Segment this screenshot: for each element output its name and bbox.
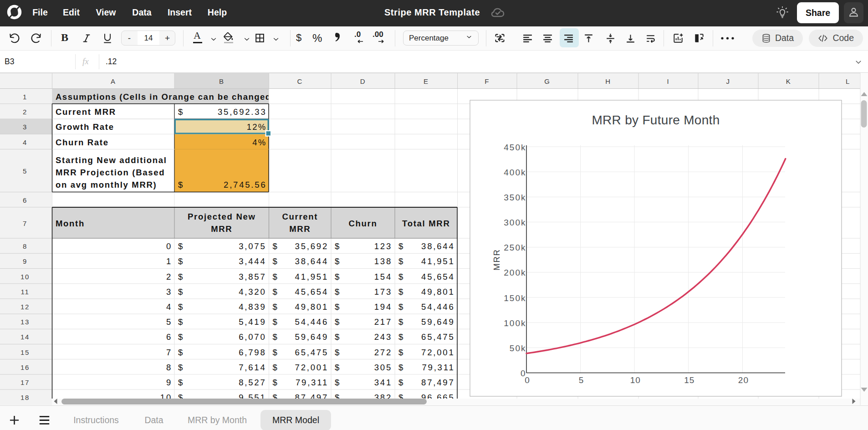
svg-text:150k: 150k [504, 293, 526, 303]
svg-text:$: $ [178, 272, 184, 282]
svg-text:41,951: 41,951 [295, 272, 328, 282]
svg-text:8: 8 [23, 242, 27, 250]
svg-text:41,951: 41,951 [421, 256, 454, 266]
svg-text:13: 13 [20, 318, 30, 326]
svg-text:Total MRR: Total MRR [402, 219, 450, 228]
svg-text:E: E [424, 77, 429, 85]
svg-text:272: 272 [374, 348, 392, 357]
svg-text:450k: 450k [504, 143, 526, 152]
svg-text:Churn Rate: Churn Rate [56, 138, 109, 147]
svg-text:72,001: 72,001 [295, 363, 328, 372]
svg-text:$: $ [335, 363, 340, 372]
svg-text:2: 2 [166, 272, 172, 282]
svg-text:$: $ [178, 256, 184, 266]
svg-text:45,654: 45,654 [295, 287, 328, 297]
svg-text:123: 123 [374, 241, 392, 251]
svg-text:14: 14 [20, 333, 30, 341]
svg-text:$: $ [178, 302, 184, 312]
svg-text:Growth Rate: Growth Rate [56, 122, 114, 132]
svg-text:$: $ [335, 241, 340, 251]
svg-text:79,311: 79,311 [422, 363, 454, 372]
svg-text:$: $ [398, 241, 404, 251]
svg-text:5,419: 5,419 [239, 317, 266, 327]
svg-text:L: L [846, 77, 850, 85]
svg-text:$: $ [273, 363, 278, 372]
svg-text:$: $ [335, 272, 340, 282]
svg-text:$: $ [178, 180, 184, 189]
svg-text:59,649: 59,649 [421, 317, 454, 327]
svg-text:$: $ [398, 287, 404, 297]
svg-text:7: 7 [23, 220, 27, 227]
svg-text:4,320: 4,320 [239, 287, 266, 297]
svg-text:305: 305 [374, 363, 392, 372]
svg-text:18: 18 [20, 394, 30, 401]
svg-text:1: 1 [23, 93, 27, 101]
svg-text:Current: Current [282, 212, 318, 221]
svg-text:350k: 350k [504, 193, 526, 202]
svg-text:35,692: 35,692 [295, 241, 328, 251]
svg-text:$: $ [178, 332, 184, 342]
svg-text:$: $ [398, 348, 404, 357]
svg-text:35,692.33: 35,692.33 [218, 107, 267, 117]
svg-text:12: 12 [20, 303, 30, 311]
svg-text:200k: 200k [504, 268, 526, 277]
svg-text:$: $ [178, 107, 184, 117]
svg-text:3: 3 [23, 123, 27, 131]
svg-text:$: $ [335, 256, 340, 266]
svg-text:100k: 100k [504, 318, 526, 328]
svg-text:$: $ [273, 272, 278, 282]
svg-text:7,614: 7,614 [239, 363, 266, 372]
svg-text:$: $ [335, 348, 340, 357]
svg-text:G: G [544, 77, 550, 85]
svg-text:MRR: MRR [289, 224, 311, 234]
svg-text:A: A [111, 77, 116, 85]
svg-text:6: 6 [23, 196, 27, 204]
svg-text:11: 11 [21, 288, 30, 296]
svg-text:$: $ [398, 332, 404, 342]
svg-text:6,070: 6,070 [239, 332, 266, 342]
svg-text:17: 17 [20, 379, 30, 386]
svg-text:50k: 50k [510, 343, 526, 353]
svg-text:3,444: 3,444 [239, 256, 266, 266]
svg-text:F: F [485, 77, 490, 85]
svg-text:$: $ [398, 363, 404, 372]
svg-text:54,446: 54,446 [295, 317, 328, 327]
svg-text:4,839: 4,839 [239, 302, 266, 312]
svg-text:$: $ [398, 272, 404, 282]
svg-text:$: $ [398, 256, 404, 266]
svg-text:$: $ [335, 287, 340, 297]
svg-text:12%: 12% [247, 122, 267, 132]
svg-text:$: $ [273, 332, 278, 342]
svg-text:$: $ [273, 241, 278, 251]
svg-text:45,654: 45,654 [421, 272, 454, 282]
svg-text:20: 20 [738, 375, 749, 385]
svg-text:300k: 300k [504, 218, 526, 227]
svg-text:0: 0 [166, 241, 172, 251]
svg-text:5: 5 [23, 167, 27, 175]
svg-text:$: $ [273, 256, 278, 266]
svg-text:341: 341 [374, 378, 392, 387]
svg-text:79,311: 79,311 [296, 378, 328, 387]
svg-text:$: $ [335, 378, 340, 387]
svg-text:3,075: 3,075 [239, 241, 266, 251]
svg-text:$: $ [273, 302, 278, 312]
svg-text:5: 5 [579, 375, 584, 385]
svg-text:$: $ [335, 302, 340, 312]
svg-text:Churn: Churn [349, 219, 378, 228]
svg-text:3: 3 [166, 287, 172, 297]
svg-text:194: 194 [374, 302, 392, 312]
svg-text:8: 8 [166, 363, 172, 372]
svg-text:72,001: 72,001 [421, 348, 454, 357]
svg-text:15: 15 [20, 348, 30, 356]
svg-text:65,475: 65,475 [421, 332, 454, 342]
svg-text:250k: 250k [504, 243, 526, 252]
svg-text:38,644: 38,644 [295, 256, 328, 266]
svg-text:$: $ [178, 317, 184, 327]
svg-text:$: $ [335, 317, 340, 327]
svg-text:$: $ [273, 317, 278, 327]
svg-text:$: $ [335, 332, 340, 342]
svg-text:D: D [360, 77, 366, 85]
svg-text:9: 9 [23, 257, 27, 265]
svg-text:38,644: 38,644 [421, 241, 454, 251]
svg-text:87,497: 87,497 [421, 378, 454, 387]
